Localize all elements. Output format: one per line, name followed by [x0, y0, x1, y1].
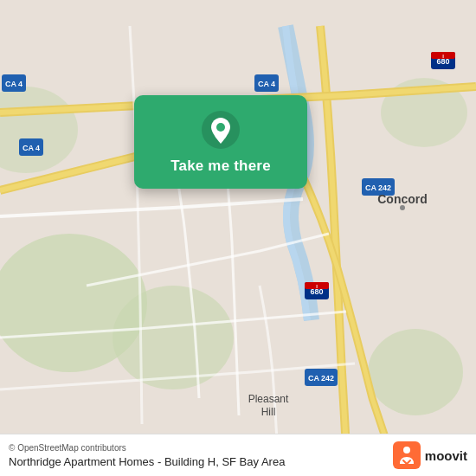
- svg-text:CA 4: CA 4: [5, 80, 23, 88]
- svg-text:CA 4: CA 4: [23, 144, 40, 152]
- svg-text:CA 4: CA 4: [258, 80, 275, 88]
- location-pin-icon: [202, 111, 240, 149]
- moovit-text: moovit: [425, 448, 467, 463]
- svg-point-29: [216, 123, 225, 132]
- svg-text:Pleasant: Pleasant: [248, 393, 289, 405]
- take-me-there-card[interactable]: Take me there: [134, 95, 307, 189]
- moovit-logo-icon: [393, 441, 421, 469]
- svg-text:Hill: Hill: [261, 406, 276, 418]
- svg-text:Concord: Concord: [377, 192, 428, 206]
- svg-text:CA 242: CA 242: [308, 374, 334, 383]
- svg-point-4: [368, 329, 463, 415]
- location-name: Northridge Apartment Homes - Building H,…: [9, 455, 285, 468]
- map-container: 680 I CA 4 CA 4 CA 4 CA 242 CA 242 680 I…: [0, 0, 476, 476]
- bottom-left: © OpenStreetMap contributors Northridge …: [9, 443, 285, 468]
- bottom-bar: © OpenStreetMap contributors Northridge …: [0, 434, 476, 476]
- copyright-text: © OpenStreetMap contributors: [9, 443, 285, 453]
- svg-text:CA 242: CA 242: [365, 183, 391, 192]
- svg-point-27: [400, 205, 405, 210]
- take-me-there-label: Take me there: [170, 158, 271, 175]
- moovit-logo: moovit: [393, 441, 467, 469]
- map-background: 680 I CA 4 CA 4 CA 4 CA 242 CA 242 680 I…: [0, 0, 476, 476]
- svg-point-31: [403, 447, 410, 453]
